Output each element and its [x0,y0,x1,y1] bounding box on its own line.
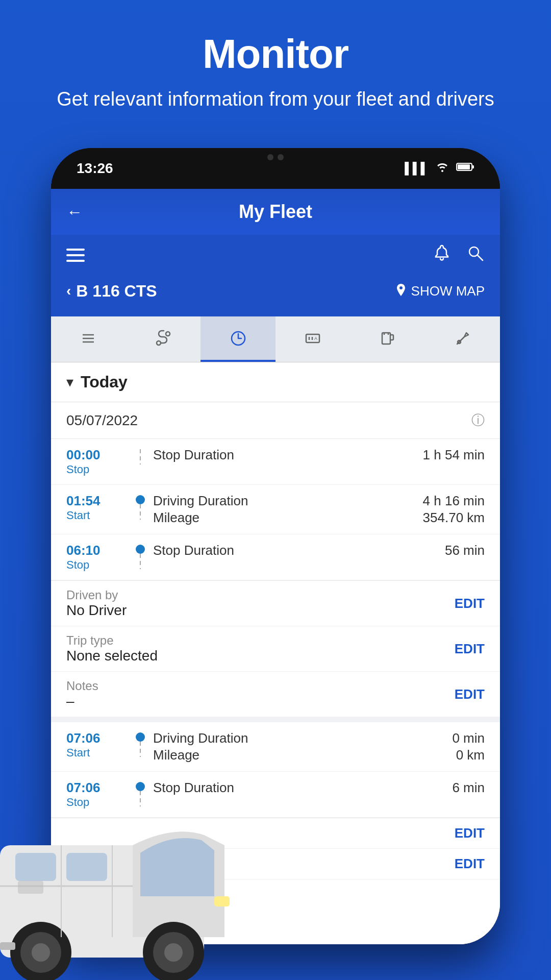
meta-driver-val: No Driver [66,602,127,619]
tab-fuel[interactable] [350,316,425,362]
trip2-drive-time-col: 07:06 Start [66,730,128,760]
meta-notes: Notes – EDIT [51,672,500,717]
vehicle-chevron-icon: ‹ [66,283,71,299]
trip2-entry1: 07:06 Start Driving Duration Mileage [51,722,500,772]
trip1-drive-label: Start [66,509,128,522]
trip1-stop1-timeline [128,447,153,464]
trip1-drive-detail-value: 4 h 16 min [423,493,485,509]
trip2-dashed-line1 [140,742,141,757]
trip2-stop-detail-value: 6 min [452,780,485,796]
trip1-drive-timeline [128,493,153,520]
trip2-drive-label: Start [66,746,128,760]
trip2-drive-dot [136,732,145,742]
trip2-drive-detail-label: Driving Duration [153,730,248,746]
trip2-drive-labels: Driving Duration Mileage [153,730,248,763]
tab-maintenance[interactable] [425,316,500,362]
phone-frame: 13:26 ▌▌▌ ← My Flee [51,148,500,944]
svg-text:A: A [314,336,317,341]
notch-dot-1 [267,154,273,160]
trip1-dashed-line3 [140,554,141,569]
trip1-drive-detail-sub: Mileage [153,510,248,526]
hamburger-line-1 [66,249,85,251]
trip1-stop1-time-col: 00:00 Stop [66,447,128,476]
trip2-stop-timeline [128,780,153,806]
app-header: ← My Fleet [51,189,500,235]
trip1-stop2-detail-label: Stop Duration [153,543,234,558]
hamburger-icon[interactable] [66,249,85,262]
trip2-dashed-line2 [140,791,141,806]
trip1-drive-time-col: 01:54 Start [66,493,128,522]
trip2-edit2[interactable]: EDIT [455,856,485,872]
meta-notes-edit[interactable]: EDIT [455,687,485,702]
trip1-stop2-timeline [128,543,153,569]
tab-plate[interactable]: A [276,316,350,362]
today-section: ▾ Today [51,362,500,402]
app-screen: ← My Fleet [51,189,500,944]
show-map-label: SHOW MAP [411,283,485,299]
trip2-stop-dot [136,782,145,791]
content-area: ▾ Today 05/07/2022 ⓘ 00:00 Stop [51,362,500,944]
back-button[interactable]: ← [66,203,83,222]
hamburger-line-2 [66,254,85,256]
trip2-meta: EDIT EDIT [51,818,500,879]
page-header: Monitor Get relevant information from yo… [0,31,551,113]
vehicle-name[interactable]: ‹ B 116 CTS [66,282,157,301]
headline: Monitor [0,31,551,78]
trip1-entry1: 00:00 Stop Stop Duration 1 h 54 min [51,439,500,485]
trip2-edit1[interactable]: EDIT [455,825,485,841]
trip1-drive-labels: Driving Duration Mileage [153,493,248,526]
tab-bar: A [51,316,500,362]
trip2-drive-values: 0 min 0 km [452,730,485,763]
trip-separator [51,717,500,722]
hamburger-menu[interactable] [66,249,85,262]
trip2-drive-timeline [128,730,153,757]
trip1-entry3: 06:10 Stop Stop Duration 56 min [51,534,500,580]
meta-triptype-key: Trip type [66,633,158,648]
trip2-drive-row: 07:06 Start Driving Duration Mileage [66,730,485,763]
notification-icon[interactable] [433,244,451,266]
trip1-entry2: 01:54 Start Driving Duration Mileage [51,485,500,534]
tab-route[interactable] [126,316,201,362]
tab-history[interactable] [201,316,276,362]
meta-notes-left: Notes – [66,679,98,709]
subheadline: Get relevant information from your fleet… [0,86,551,113]
show-map-button[interactable]: SHOW MAP [395,283,485,299]
trip1-drive-row: 01:54 Start Driving Duration Mileage [66,493,485,526]
trip2-meta-edit2: EDIT [51,849,500,879]
vehicle-bar: ‹ B 116 CTS SHOW MAP [51,276,500,316]
trip2-entry2: 07:06 Stop Stop Duration 6 min [51,772,500,818]
meta-notes-key: Notes [66,679,98,693]
trip1-drive-time: 01:54 [66,493,128,509]
signal-icon: ▌▌▌ [405,162,429,175]
trip1-dashed-line1 [140,449,141,464]
svg-rect-1 [458,164,470,169]
trip2-stop-detail-label: Stop Duration [153,780,234,796]
trip2-stop-label: Stop [66,796,128,809]
battery-icon [456,162,474,175]
trip2-stop-time: 07:06 [66,780,128,796]
trip2-drive-detail-sub-value: 0 km [452,747,485,763]
wifi-icon [435,161,450,176]
tab-list[interactable] [51,316,126,362]
trip2-drive-detail: Driving Duration Mileage 0 min 0 km [153,730,485,763]
trip2-stop-detail: Stop Duration 6 min [153,780,485,796]
trip1-drive-values: 4 h 16 min 354.70 km [423,493,485,526]
trip1-meta: Driven by No Driver EDIT Trip type None … [51,580,500,717]
trip1-stop1-label: Stop [66,463,128,476]
meta-triptype-edit[interactable]: EDIT [455,641,485,657]
meta-triptype: Trip type None selected EDIT [51,626,500,672]
trip1-stop2-time: 06:10 [66,543,128,558]
info-icon[interactable]: ⓘ [471,411,485,429]
trip2-meta-edit1: EDIT [51,818,500,849]
toolbar-right [433,244,485,266]
status-bar: 13:26 ▌▌▌ [51,148,500,189]
meta-driver-edit[interactable]: EDIT [455,596,485,611]
app-title: My Fleet [239,201,312,223]
status-icons: ▌▌▌ [405,161,474,176]
today-chevron-icon: ▾ [66,374,73,390]
meta-notes-val: – [66,693,98,709]
trip1-stop2-row: 06:10 Stop Stop Duration 56 min [66,543,485,572]
trip1-stop2-detail-value: 56 min [445,543,485,558]
trip1-drive-dot [136,495,145,504]
search-icon[interactable] [466,244,485,266]
